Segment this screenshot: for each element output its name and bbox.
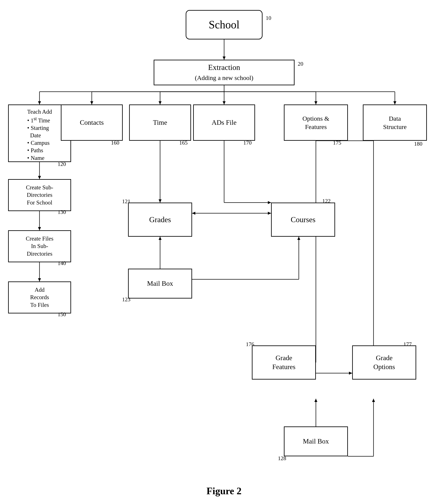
teach-add-label: Teach Add• 1st Time• Starting Date• Camp… — [27, 108, 52, 162]
svg-marker-30 — [268, 201, 271, 204]
time-label: Time — [153, 118, 167, 127]
svg-marker-38 — [297, 237, 300, 240]
svg-marker-25 — [38, 278, 41, 282]
courses-num: 122 — [322, 198, 331, 204]
mailbox2-box: Mail Box — [284, 426, 348, 456]
ads-file-box: ADs File — [193, 105, 255, 141]
create-files-label: Create FilesIn Sub-Directories — [26, 235, 54, 257]
svg-marker-35 — [159, 237, 162, 240]
courses-label: Courses — [291, 215, 315, 225]
extraction-box: Extraction(Adding a new school) — [154, 60, 295, 85]
options-features-box: Options &Features — [284, 105, 348, 141]
svg-marker-49 — [315, 399, 317, 402]
svg-marker-52 — [372, 399, 375, 402]
mailbox1-box: Mail Box — [128, 269, 192, 299]
grades-box: Grades — [128, 203, 192, 237]
svg-marker-23 — [38, 227, 41, 230]
svg-marker-32 — [192, 212, 195, 215]
school-num: 10 — [266, 15, 271, 21]
diagram: School 10 Extraction(Adding a new school… — [0, 0, 448, 486]
figure-caption-text: Figure 2 — [207, 486, 242, 496]
time-box: Time — [129, 105, 191, 141]
options-features-num: 175 — [333, 140, 341, 146]
grade-features-label: GradeFeatures — [272, 354, 295, 371]
create-sub-label: Create Sub-DirectoriesFor School — [26, 184, 53, 206]
svg-marker-8 — [90, 101, 93, 105]
grades-label: Grades — [149, 215, 171, 225]
svg-marker-27 — [159, 199, 162, 203]
svg-marker-21 — [38, 176, 41, 179]
courses-box: Courses — [271, 203, 335, 237]
data-structure-label: DataStructure — [383, 114, 407, 131]
add-records-label: AddRecordsTo Files — [30, 286, 49, 309]
svg-marker-5 — [38, 101, 41, 105]
contacts-box: Contacts — [61, 105, 123, 141]
contacts-num: 160 — [111, 140, 119, 146]
teach-add-num: 120 — [58, 161, 66, 167]
mailbox2-num: 128 — [278, 455, 286, 462]
grade-features-box: GradeFeatures — [252, 346, 316, 379]
svg-marker-1 — [223, 57, 226, 60]
add-records-box: AddRecordsTo Files — [8, 282, 71, 314]
grade-options-box: GradeOptions — [352, 346, 416, 379]
mailbox2-label: Mail Box — [303, 437, 329, 446]
ads-file-label: ADs File — [212, 118, 236, 127]
data-structure-num: 180 — [414, 141, 422, 147]
extraction-num: 20 — [298, 61, 303, 67]
create-sub-num: 130 — [58, 209, 66, 215]
svg-marker-16 — [315, 101, 317, 105]
mailbox1-num: 123 — [122, 296, 130, 303]
grade-options-label: GradeOptions — [373, 354, 395, 371]
school-box: School — [186, 10, 263, 39]
svg-marker-11 — [159, 101, 162, 105]
time-num: 165 — [179, 140, 188, 146]
svg-marker-33 — [268, 212, 271, 215]
svg-marker-13 — [223, 101, 226, 105]
svg-marker-19 — [393, 101, 396, 105]
contacts-label: Contacts — [80, 118, 104, 127]
grades-num: 121 — [122, 198, 130, 205]
grade-features-num: 176 — [246, 341, 254, 347]
grade-options-num: 177 — [403, 341, 412, 347]
extraction-label: Extraction(Adding a new school) — [195, 63, 253, 82]
mailbox1-label: Mail Box — [147, 279, 173, 288]
data-structure-box: DataStructure — [363, 105, 427, 141]
options-features-label: Options &Features — [302, 114, 329, 131]
ads-file-num: 170 — [243, 140, 252, 146]
svg-marker-47 — [349, 372, 352, 375]
create-files-num: 140 — [58, 260, 66, 267]
figure-caption: Figure 2 — [207, 485, 242, 497]
add-records-num: 150 — [58, 311, 66, 318]
create-files-box: Create FilesIn Sub-Directories — [8, 230, 71, 262]
create-sub-box: Create Sub-DirectoriesFor School — [8, 179, 71, 211]
school-label: School — [209, 17, 239, 32]
